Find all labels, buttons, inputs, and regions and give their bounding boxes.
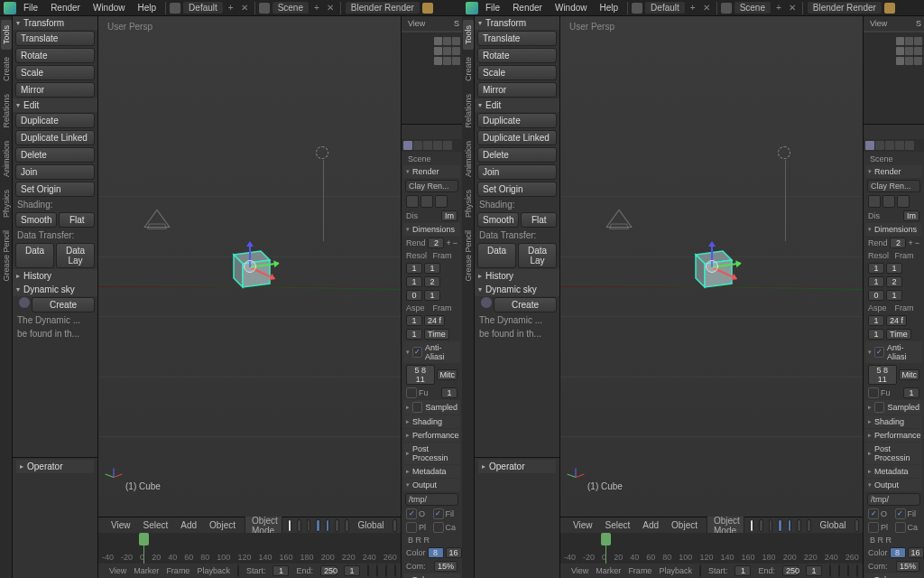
tl-view[interactable]: View bbox=[109, 566, 126, 575]
hdr-add[interactable]: Add bbox=[177, 519, 200, 531]
plus-icon[interactable]: + bbox=[908, 238, 912, 247]
res-y[interactable]: 1 bbox=[868, 276, 884, 287]
sel-toggle[interactable] bbox=[443, 37, 451, 45]
vis-toggle[interactable] bbox=[434, 37, 442, 45]
tl-playback[interactable]: Playback bbox=[197, 566, 230, 575]
lamp-object[interactable] bbox=[778, 146, 790, 159]
aa-samples[interactable]: 5 8 11 bbox=[868, 365, 897, 385]
hdr-select[interactable]: Select bbox=[602, 519, 634, 531]
minus-icon[interactable]: − bbox=[915, 238, 919, 247]
proportional-icon[interactable] bbox=[855, 519, 859, 532]
manip-toggle[interactable] bbox=[778, 519, 782, 532]
sampled-check[interactable] bbox=[874, 402, 884, 413]
btn-mirror[interactable]: Mirror bbox=[15, 82, 95, 98]
prev-key-icon[interactable] bbox=[376, 564, 378, 577]
autokey-icon[interactable] bbox=[237, 564, 239, 577]
layout-selector[interactable]: Default bbox=[644, 1, 686, 14]
tl-current[interactable]: 1 bbox=[344, 565, 360, 576]
asp-x[interactable]: 1 bbox=[406, 315, 422, 326]
aa-filter[interactable]: Mitc bbox=[899, 369, 920, 380]
play-icon[interactable] bbox=[394, 564, 396, 577]
menu-render[interactable]: Render bbox=[45, 1, 86, 14]
overwrite-check[interactable] bbox=[406, 508, 417, 519]
outliner-view[interactable]: View bbox=[870, 19, 887, 28]
sect-post[interactable]: Post Processin bbox=[403, 443, 460, 464]
sect-shading[interactable]: Shading bbox=[403, 415, 460, 428]
render-anim-icon[interactable] bbox=[882, 195, 895, 208]
panel-dynamic-sky[interactable]: Dynamic sky bbox=[13, 283, 97, 296]
render-preset[interactable]: Clay Ren... bbox=[867, 180, 920, 192]
3d-viewport[interactable]: User Persp bbox=[560, 16, 863, 517]
manip-rotate[interactable] bbox=[335, 519, 339, 532]
frame-step[interactable]: 1 bbox=[886, 290, 902, 301]
res-y[interactable]: 1 bbox=[406, 276, 422, 287]
depth-16[interactable]: 16 bbox=[908, 547, 924, 558]
play-rev-icon[interactable] bbox=[385, 564, 387, 577]
orientation-selector[interactable]: Global bbox=[817, 519, 850, 531]
rend-toggle[interactable] bbox=[914, 47, 922, 55]
sect-dimensions[interactable]: Dimensions bbox=[403, 223, 460, 236]
tab-scene-icon[interactable] bbox=[423, 141, 432, 150]
menu-help[interactable]: Help bbox=[133, 1, 162, 14]
overwrite-check[interactable] bbox=[868, 508, 879, 519]
btn-data-lay[interactable]: Data Lay bbox=[518, 243, 557, 268]
cache-check[interactable] bbox=[433, 522, 444, 533]
fps[interactable]: 24 f bbox=[424, 315, 445, 326]
sect-sampled[interactable]: Sampled bbox=[403, 400, 460, 415]
rend-toggle[interactable] bbox=[914, 57, 922, 65]
manip-toggle[interactable] bbox=[316, 519, 320, 532]
fileext-check[interactable] bbox=[895, 508, 906, 519]
hdr-view[interactable]: View bbox=[569, 519, 596, 531]
frame-step[interactable]: 1 bbox=[424, 290, 440, 301]
res-pct[interactable]: 0 bbox=[406, 290, 422, 301]
layout-add[interactable]: + bbox=[688, 3, 698, 13]
vis-toggle[interactable] bbox=[434, 57, 442, 65]
btn-duplicate-linked[interactable]: Duplicate Linked bbox=[15, 130, 95, 145]
rend-toggle[interactable] bbox=[452, 57, 460, 65]
btn-duplicate[interactable]: Duplicate bbox=[15, 113, 95, 128]
panel-history[interactable]: History bbox=[475, 269, 559, 283]
scene-name[interactable]: Scene bbox=[870, 154, 919, 163]
tab-scene-icon[interactable] bbox=[885, 141, 894, 150]
placeholder-check[interactable] bbox=[406, 522, 417, 533]
depth-16[interactable]: 16 bbox=[446, 547, 462, 558]
menu-help[interactable]: Help bbox=[595, 1, 624, 14]
render-image-icon[interactable] bbox=[406, 195, 419, 208]
sect-sampled[interactable]: Sampled bbox=[865, 400, 922, 415]
sect-shading[interactable]: Shading bbox=[865, 415, 922, 428]
menu-file[interactable]: File bbox=[18, 1, 43, 14]
sect-dimensions[interactable]: Dimensions bbox=[865, 223, 922, 236]
tab-create[interactable]: Create bbox=[463, 51, 474, 87]
outliner-search[interactable]: S bbox=[916, 19, 921, 28]
layout-remove[interactable]: ✕ bbox=[238, 3, 251, 13]
frame-end[interactable]: 2 bbox=[424, 276, 440, 287]
output-path[interactable]: /tmp/ bbox=[405, 493, 458, 506]
btn-smooth[interactable]: Smooth bbox=[477, 212, 519, 228]
scene-name[interactable]: Scene bbox=[408, 154, 457, 163]
render-preset[interactable]: Clay Ren... bbox=[405, 180, 458, 192]
tab-relations[interactable]: Relations bbox=[1, 89, 12, 134]
render-anim-icon[interactable] bbox=[420, 195, 433, 208]
aa-check[interactable] bbox=[874, 347, 884, 358]
btn-data[interactable]: Data bbox=[15, 243, 54, 268]
asp-y[interactable]: 1 bbox=[406, 329, 422, 340]
cube-object[interactable] bbox=[221, 237, 279, 296]
minus-icon[interactable]: − bbox=[453, 238, 457, 247]
btn-scale[interactable]: Scale bbox=[15, 65, 95, 80]
shading-solid-icon[interactable] bbox=[750, 519, 754, 532]
aa-samples[interactable]: 5 8 11 bbox=[406, 365, 435, 385]
rend-toggle[interactable] bbox=[914, 37, 922, 45]
orientation-selector[interactable]: Global bbox=[355, 519, 388, 531]
rend-preset[interactable]: 2 bbox=[890, 238, 906, 248]
play-rev-icon[interactable] bbox=[847, 564, 849, 577]
outliner-view[interactable]: View bbox=[408, 19, 425, 28]
sect-perf[interactable]: Performance bbox=[865, 429, 922, 442]
tl-marker[interactable]: Marker bbox=[134, 566, 159, 575]
panel-transform[interactable]: Transform bbox=[475, 16, 559, 30]
sect-meta[interactable]: Metadata bbox=[865, 465, 922, 478]
sect-perf[interactable]: Performance bbox=[403, 429, 460, 442]
btn-duplicate-linked[interactable]: Duplicate Linked bbox=[477, 130, 557, 145]
layout-remove[interactable]: ✕ bbox=[700, 3, 713, 13]
pivot-icon[interactable] bbox=[759, 519, 763, 532]
btn-join[interactable]: Join bbox=[477, 164, 557, 180]
